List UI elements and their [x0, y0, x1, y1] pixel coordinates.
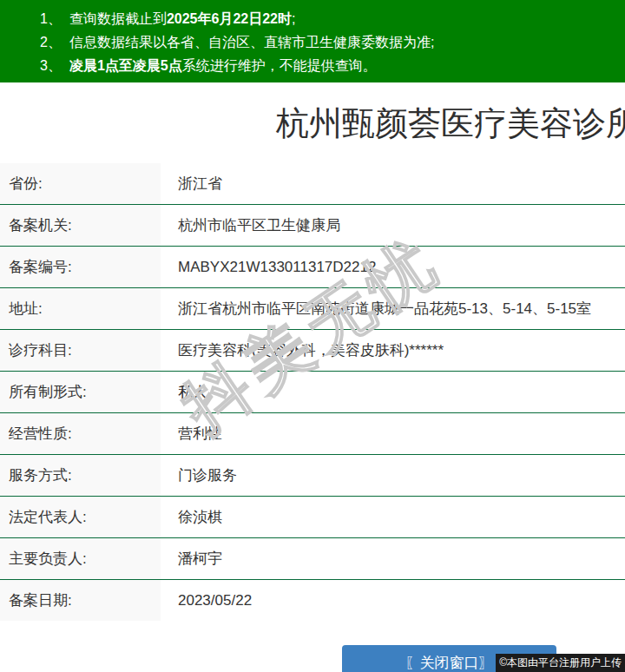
notice-number: 1、	[40, 11, 69, 26]
page-title: 杭州甄颜荟医疗美容诊所	[276, 101, 625, 145]
record-table: 省份: 浙江省 备案机关: 杭州市临平区卫生健康局 备案编号: MABYX21W…	[0, 163, 625, 621]
field-value: 浙江省杭州市临平区南苑街道康城一品花苑5-13、5-14、5-15室	[161, 288, 625, 329]
notice-text: 查询数据截止到	[69, 11, 167, 26]
field-value: 医疗美容科(美容外科，美容皮肤科)******	[161, 330, 625, 371]
notice-line-2: 2、信息数据结果以各省、自治区、直辖市卫生健康委数据为准;	[0, 30, 625, 54]
upload-credit-badge: ©本图由平台注册用户上传	[496, 654, 625, 672]
table-row-filing-authority: 备案机关: 杭州市临平区卫生健康局	[0, 205, 625, 247]
field-value: 营利性	[161, 413, 625, 454]
notice-text: 信息数据结果以各省、自治区、直辖市卫生健康委数据为准;	[69, 35, 434, 49]
notice-text-bold: 凌晨1点至凌晨5点	[69, 58, 182, 73]
notice-banner: 1、查询数据截止到2025年6月22日22时; 2、信息数据结果以各省、自治区、…	[0, 0, 625, 82]
field-label: 经营性质:	[0, 413, 161, 454]
notice-text: 系统进行维护，不能提供查询。	[182, 58, 377, 73]
notice-text: ;	[292, 11, 295, 26]
notice-number: 2、	[40, 35, 69, 49]
field-label: 所有制形式:	[0, 372, 161, 412]
table-row-address: 地址: 浙江省杭州市临平区南苑街道康城一品花苑5-13、5-14、5-15室	[0, 288, 625, 330]
field-label: 备案编号:	[0, 247, 161, 287]
table-row-ownership: 所有制形式: 私人	[0, 372, 625, 413]
field-label: 备案机关:	[0, 205, 161, 246]
field-value: 杭州市临平区卫生健康局	[161, 205, 625, 246]
field-value: 徐浈棋	[161, 497, 625, 537]
notice-text-bold: 2025年6月22日22时	[167, 11, 292, 26]
table-row-province: 省份: 浙江省	[0, 163, 625, 205]
table-row-legal-representative: 法定代表人: 徐浈棋	[0, 497, 625, 538]
field-value: 私人	[161, 372, 625, 412]
field-label: 主要负责人:	[0, 538, 161, 579]
field-label: 诊疗科目:	[0, 330, 161, 371]
field-label: 省份:	[0, 163, 161, 204]
title-band: 杭州甄颜荟医疗美容诊所	[0, 82, 625, 163]
field-label: 备案日期:	[0, 580, 161, 621]
field-label: 法定代表人:	[0, 497, 161, 537]
notice-line-1: 1、查询数据截止到2025年6月22日22时;	[0, 7, 625, 30]
notice-number: 3、	[40, 58, 69, 73]
table-row-business-nature: 经营性质: 营利性	[0, 413, 625, 455]
field-value: MABYX21W133011317D2212	[161, 247, 625, 287]
field-value: 潘柯宇	[161, 538, 625, 579]
table-row-medical-subjects: 诊疗科目: 医疗美容科(美容外科，美容皮肤科)******	[0, 330, 625, 372]
table-row-main-responsible-person: 主要负责人: 潘柯宇	[0, 538, 625, 580]
field-value: 2023/05/22	[161, 580, 625, 621]
table-row-filing-date: 备案日期: 2023/05/22	[0, 580, 625, 621]
field-label: 服务方式:	[0, 455, 161, 496]
field-value: 门诊服务	[161, 455, 625, 496]
table-row-service-mode: 服务方式: 门诊服务	[0, 455, 625, 497]
field-value: 浙江省	[161, 163, 625, 204]
table-row-filing-number: 备案编号: MABYX21W133011317D2212	[0, 247, 625, 288]
notice-line-3: 3、凌晨1点至凌晨5点系统进行维护，不能提供查询。	[0, 54, 625, 77]
field-label: 地址:	[0, 288, 161, 329]
